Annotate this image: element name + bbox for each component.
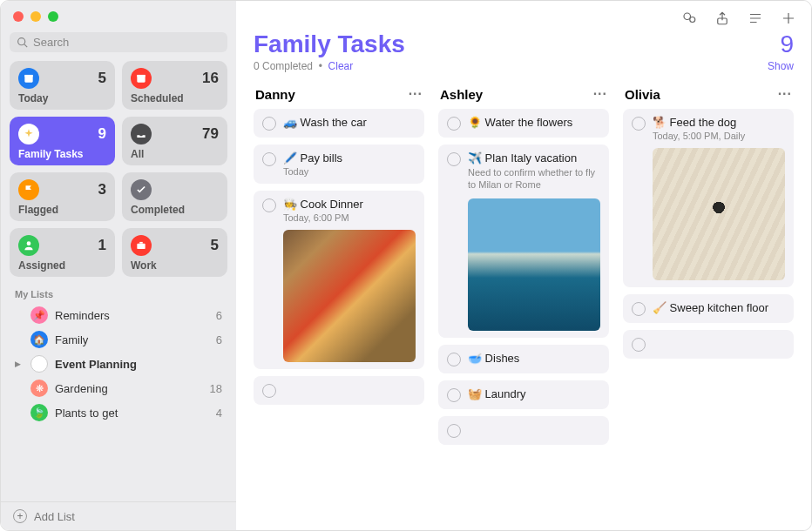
task-body: ✈️ Plan Italy vacationNeed to confirm wh… bbox=[468, 151, 600, 331]
calendar-icon bbox=[18, 68, 39, 89]
smart-scheduled[interactable]: 16 Scheduled bbox=[122, 61, 227, 110]
column-header: Olivia ··· bbox=[623, 83, 794, 109]
task-card[interactable]: 🧑‍🍳 Cook DinnerToday, 6:00 PM bbox=[254, 191, 424, 369]
svg-point-10 bbox=[690, 17, 695, 23]
task-checkbox[interactable] bbox=[447, 353, 461, 366]
smart-flagged[interactable]: 3 Flagged bbox=[10, 172, 115, 221]
task-title[interactable] bbox=[653, 337, 785, 349]
column: Ashley ··· 🌻 Water the flowers ✈️ Plan I… bbox=[438, 83, 609, 513]
list-row[interactable]: 🍃 Plants to get 4 bbox=[1, 400, 236, 425]
columns-container: Danny ··· 🚙 Wash the car 🖊️ Pay billsTod… bbox=[236, 77, 811, 530]
zoom-button[interactable] bbox=[48, 11, 58, 22]
column-more-button[interactable]: ··· bbox=[409, 86, 423, 102]
new-reminder-button[interactable] bbox=[780, 10, 797, 27]
svg-rect-3 bbox=[24, 75, 32, 77]
svg-point-6 bbox=[27, 241, 31, 245]
column: Olivia ··· 🐕 Feed the dogToday, 5:00 PM,… bbox=[623, 83, 794, 513]
task-title[interactable]: 🥣 Dishes bbox=[468, 352, 600, 365]
smart-all[interactable]: 79 All bbox=[122, 117, 227, 165]
list-icon: 🏠 bbox=[30, 331, 48, 348]
task-card[interactable]: 🥣 Dishes bbox=[438, 345, 609, 373]
main-pane: Family Tasks 9 0 Completed • Clear Show … bbox=[236, 1, 811, 530]
task-meta: Today bbox=[283, 166, 416, 177]
clear-button[interactable]: Clear bbox=[328, 60, 354, 72]
list-row[interactable]: ❋ Gardening 18 bbox=[1, 376, 236, 400]
task-checkbox[interactable] bbox=[262, 198, 276, 212]
add-list-label: Add List bbox=[34, 510, 75, 523]
column-more-button[interactable]: ··· bbox=[593, 86, 607, 102]
smart-assigned[interactable]: 1 Assigned bbox=[10, 228, 115, 277]
task-card[interactable]: 🐕 Feed the dogToday, 5:00 PM, Daily bbox=[623, 109, 794, 287]
task-card[interactable]: 🧹 Sweep kitchen floor bbox=[623, 294, 794, 323]
task-checkbox[interactable] bbox=[447, 117, 461, 131]
task-card[interactable] bbox=[623, 330, 794, 359]
task-title[interactable]: 🧑‍🍳 Cook Dinner bbox=[283, 198, 416, 211]
minimize-button[interactable] bbox=[30, 11, 41, 22]
task-title[interactable]: ✈️ Plan Italy vacation bbox=[468, 151, 600, 165]
list-icon: 📌 bbox=[30, 306, 48, 324]
close-button[interactable] bbox=[13, 11, 24, 22]
list-row[interactable]: 📌 Reminders 6 bbox=[1, 303, 236, 327]
list-row[interactable]: 🏠 Family 6 bbox=[1, 327, 236, 352]
task-title[interactable]: 🚙 Wash the car bbox=[283, 116, 416, 129]
task-checkbox[interactable] bbox=[262, 117, 276, 131]
task-checkbox[interactable] bbox=[632, 117, 646, 131]
task-title[interactable]: 🌻 Water the flowers bbox=[468, 116, 600, 129]
plus-icon: + bbox=[13, 509, 27, 523]
task-checkbox[interactable] bbox=[632, 302, 646, 316]
smart-today[interactable]: 5 Today bbox=[10, 61, 115, 110]
task-title[interactable]: 🧺 Laundry bbox=[468, 387, 600, 400]
search-input[interactable]: Search bbox=[10, 32, 227, 52]
task-body bbox=[283, 383, 416, 395]
task-checkbox[interactable] bbox=[447, 152, 461, 166]
task-title[interactable]: 🧹 Sweep kitchen floor bbox=[653, 301, 785, 314]
smart-count: 9 bbox=[98, 125, 106, 143]
smart-work[interactable]: 5 Work bbox=[122, 228, 227, 277]
share-button[interactable] bbox=[714, 10, 731, 27]
show-button[interactable]: Show bbox=[768, 60, 794, 72]
list-label: Plants to get bbox=[55, 407, 209, 420]
task-card[interactable]: 🖊️ Pay billsToday bbox=[254, 145, 424, 184]
task-image[interactable] bbox=[283, 230, 416, 362]
smart-lists-grid: 5 Today 16 Scheduled 9 Family Tasks 79 A… bbox=[1, 61, 236, 286]
task-image[interactable] bbox=[468, 198, 600, 331]
task-body: 🌻 Water the flowers bbox=[468, 116, 600, 129]
smart-label: Scheduled bbox=[131, 92, 219, 104]
add-list-button[interactable]: + Add List bbox=[1, 501, 236, 530]
completed-text: 0 Completed bbox=[254, 60, 313, 72]
smart-count: 79 bbox=[202, 125, 219, 143]
task-card[interactable]: 🚙 Wash the car bbox=[254, 109, 424, 138]
svg-point-0 bbox=[18, 38, 25, 45]
smart-family[interactable]: 9 Family Tasks bbox=[10, 117, 115, 165]
task-card[interactable]: 🌻 Water the flowers bbox=[438, 109, 609, 138]
column-more-button[interactable]: ··· bbox=[778, 86, 792, 102]
task-checkbox[interactable] bbox=[262, 384, 276, 398]
task-checkbox[interactable] bbox=[262, 152, 276, 166]
list-count: 9 bbox=[780, 30, 794, 58]
smart-label: Flagged bbox=[18, 204, 106, 216]
task-image[interactable] bbox=[653, 148, 785, 280]
task-checkbox[interactable] bbox=[447, 424, 461, 438]
view-options-button[interactable] bbox=[747, 10, 764, 27]
collaborate-button[interactable] bbox=[680, 10, 698, 27]
task-card[interactable]: ✈️ Plan Italy vacationNeed to confirm wh… bbox=[438, 145, 609, 338]
task-note: Need to confirm whether to fly to Milan … bbox=[468, 166, 600, 192]
smart-label: All bbox=[131, 148, 219, 160]
list-count: 6 bbox=[216, 333, 222, 346]
task-card[interactable] bbox=[254, 376, 424, 405]
task-card[interactable]: 🧺 Laundry bbox=[438, 380, 609, 409]
task-title[interactable] bbox=[283, 383, 416, 395]
task-title[interactable]: 🖊️ Pay bills bbox=[283, 151, 416, 165]
task-checkbox[interactable] bbox=[632, 338, 646, 352]
smart-count: 5 bbox=[211, 237, 219, 254]
smart-completed[interactable]: Completed bbox=[122, 172, 227, 221]
task-title[interactable]: 🐕 Feed the dog bbox=[653, 116, 785, 129]
folder-icon bbox=[30, 355, 48, 373]
list-label: Family bbox=[55, 333, 209, 346]
list-row[interactable]: ▶ Event Planning bbox=[1, 352, 236, 376]
task-checkbox[interactable] bbox=[447, 388, 461, 402]
task-meta: Today, 5:00 PM, Daily bbox=[653, 131, 785, 141]
task-card[interactable] bbox=[438, 416, 609, 445]
list-label: Event Planning bbox=[55, 358, 215, 371]
task-title[interactable] bbox=[468, 423, 600, 435]
